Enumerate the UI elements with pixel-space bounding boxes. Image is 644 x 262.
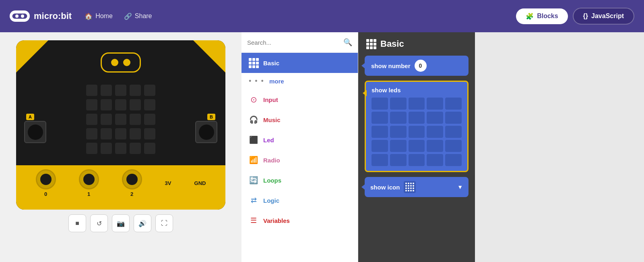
button-a[interactable] bbox=[24, 121, 46, 143]
gpio-hole-0 bbox=[36, 169, 56, 189]
led-3-1 bbox=[101, 128, 112, 139]
fullscreen-button[interactable]: ⛶ bbox=[155, 214, 173, 232]
led-cell-0 bbox=[372, 98, 388, 110]
block-panel-header: Basic bbox=[365, 39, 469, 49]
simulator-panel: A B 0 bbox=[0, 32, 242, 262]
javascript-label: JavaScript bbox=[591, 12, 624, 20]
blocks-button[interactable]: 🧩 Blocks bbox=[516, 8, 568, 24]
led-0-3 bbox=[130, 85, 141, 96]
stop-button[interactable]: ■ bbox=[68, 214, 86, 232]
restart-button[interactable]: ↺ bbox=[90, 214, 108, 232]
block-panel: Basic show number 0 show leds bbox=[358, 32, 475, 262]
share-nav-item[interactable]: 🔗 Share bbox=[124, 12, 152, 20]
led-grid bbox=[86, 85, 155, 154]
screenshot-button[interactable]: 📷 bbox=[112, 214, 130, 232]
led-cell-2 bbox=[409, 98, 425, 110]
category-label-music: Music bbox=[263, 116, 281, 123]
category-label-logic: Logic bbox=[263, 197, 279, 204]
sound-button[interactable]: 🔊 bbox=[134, 214, 151, 232]
led-cell-5 bbox=[372, 112, 388, 124]
category-label-radio: Radio bbox=[263, 157, 280, 164]
category-item-loops[interactable]: 🔄 Loops bbox=[242, 170, 358, 190]
led-1-2 bbox=[115, 99, 126, 110]
led-3-4 bbox=[144, 128, 155, 139]
category-item-music[interactable]: 🎧 Music bbox=[242, 110, 358, 130]
show-leds-label: show leds bbox=[372, 87, 462, 94]
category-item-radio[interactable]: 📶 Radio bbox=[242, 150, 358, 170]
led-cell-1 bbox=[390, 98, 407, 110]
button-a-label: A bbox=[26, 114, 34, 120]
show-leds-grid bbox=[372, 98, 462, 166]
category-item-input[interactable]: ⊙ Input bbox=[242, 89, 358, 110]
gpio-hole-inner-0 bbox=[40, 174, 52, 185]
icon-grid-small bbox=[405, 183, 414, 191]
logo: micro:bit bbox=[10, 10, 72, 22]
led-4-0 bbox=[86, 143, 97, 154]
led-1-1 bbox=[101, 99, 112, 110]
show-icon-block[interactable]: show icon bbox=[365, 177, 469, 197]
led-cell-22 bbox=[409, 154, 425, 166]
sim-controls: ■ ↺ 📷 🔊 ⛶ bbox=[68, 214, 173, 232]
gpio-label-0: 0 bbox=[44, 191, 47, 197]
button-b-area: B bbox=[195, 121, 217, 143]
show-icon-label: show icon bbox=[370, 184, 400, 191]
microbit-device: A B 0 bbox=[16, 40, 225, 210]
category-item-logic[interactable]: ⇄ Logic bbox=[242, 190, 358, 210]
gpio-label-gnd: GND bbox=[194, 180, 206, 186]
variables-icon: ☰ bbox=[249, 216, 258, 225]
category-label-basic: Basic bbox=[263, 60, 279, 67]
workspace-area[interactable] bbox=[475, 32, 644, 262]
gpio-pin-0[interactable]: 0 bbox=[36, 169, 56, 197]
gpio-label-3v: 3V bbox=[165, 180, 171, 186]
led-cell-14 bbox=[445, 126, 462, 138]
gpio-pins: 0 1 2 3V bbox=[16, 165, 225, 197]
icon-grid-badge bbox=[404, 181, 416, 193]
button-b-inner bbox=[199, 125, 214, 140]
led-4-1 bbox=[101, 143, 112, 154]
led-4-4 bbox=[144, 143, 155, 154]
led-cell-12 bbox=[409, 126, 425, 138]
main-content: A B 0 bbox=[0, 32, 644, 262]
gpio-pin-1[interactable]: 1 bbox=[79, 169, 99, 197]
logo-text: micro:bit bbox=[34, 11, 72, 21]
led-1-0 bbox=[86, 99, 97, 110]
gpio-hole-inner-1 bbox=[83, 174, 95, 185]
category-label-more: more bbox=[269, 78, 284, 85]
led-0-2 bbox=[115, 85, 126, 96]
javascript-button[interactable]: {} JavaScript bbox=[573, 8, 634, 25]
show-number-label: show number bbox=[371, 62, 411, 69]
gpio-pin-2[interactable]: 2 bbox=[122, 169, 142, 197]
category-item-led[interactable]: ⬛ Led bbox=[242, 130, 358, 150]
led-cell-20 bbox=[372, 154, 388, 166]
category-item-variables[interactable]: ☰ Variables bbox=[242, 210, 358, 231]
show-number-block[interactable]: show number 0 bbox=[365, 56, 469, 76]
led-cell-6 bbox=[390, 112, 407, 124]
header-nav: 🏠 Home 🔗 Share bbox=[85, 12, 503, 20]
led-2-0 bbox=[86, 114, 97, 125]
led-cell-8 bbox=[427, 112, 443, 124]
led-cell-16 bbox=[390, 140, 407, 152]
logo-dot-right bbox=[123, 59, 130, 66]
svg-point-1 bbox=[15, 15, 19, 18]
category-item-more[interactable]: • • • more bbox=[242, 73, 358, 89]
led-0-1 bbox=[101, 85, 112, 96]
button-a-area: A bbox=[24, 121, 46, 143]
search-bar: 🔍 bbox=[242, 32, 358, 53]
led-cell-15 bbox=[372, 140, 388, 152]
gpio-hole-inner-2 bbox=[126, 174, 138, 185]
led-3-2 bbox=[115, 128, 126, 139]
led-2-3 bbox=[130, 114, 141, 125]
home-nav-item[interactable]: 🏠 Home bbox=[85, 12, 113, 20]
show-leds-block[interactable]: show leds bbox=[365, 81, 469, 172]
gpio-hole-1 bbox=[79, 169, 99, 189]
search-input[interactable] bbox=[247, 39, 340, 46]
button-b[interactable] bbox=[195, 121, 217, 143]
led-cell-7 bbox=[409, 112, 425, 124]
led-3-3 bbox=[130, 128, 141, 139]
show-number-value: 0 bbox=[415, 60, 427, 72]
search-icon[interactable]: 🔍 bbox=[343, 38, 352, 47]
category-label-input: Input bbox=[263, 96, 278, 103]
gpio-pin-gnd: GND bbox=[194, 180, 206, 186]
category-label-led: Led bbox=[263, 137, 274, 143]
category-item-basic[interactable]: Basic bbox=[242, 53, 358, 73]
